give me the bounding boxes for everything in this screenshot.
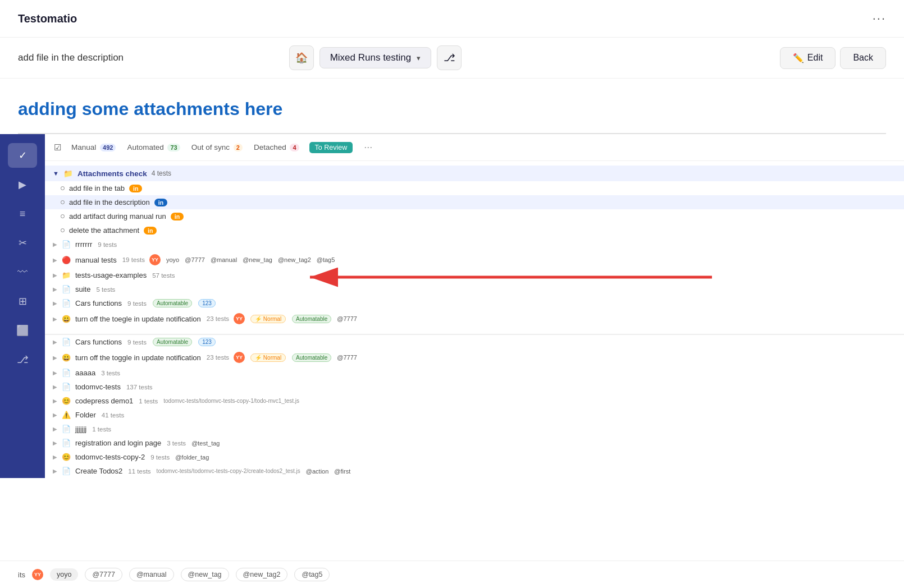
tab-bar: ☑ Manual 492 Automated 73 Out of sync 2 …: [45, 134, 904, 161]
edit-button[interactable]: ✏️ Edit: [780, 47, 836, 69]
mention-tag: @tag5: [317, 256, 335, 263]
folder-label: Folder: [75, 411, 96, 419]
mention-tag: @test_tag: [191, 440, 220, 447]
mention-tag: @7777: [337, 315, 357, 322]
folder-label: codepress demo1: [75, 397, 133, 405]
mention-tag: @7777: [185, 256, 205, 263]
item-tag: in: [171, 213, 184, 220]
bottom-tag[interactable]: @manual: [129, 568, 174, 581]
home-icon: 🏠: [295, 52, 308, 64]
list-item[interactable]: ▶ 📄 Cars functions 9 tests Automatable 1…: [45, 335, 904, 349]
bottom-tag[interactable]: @7777: [85, 568, 122, 581]
list-item[interactable]: ▶ 📄 rrrrrrr 9 tests: [45, 237, 904, 251]
chevron-right-icon: ▶: [53, 370, 57, 376]
emoji-icon: 😀: [62, 353, 71, 362]
list-item[interactable]: add file in the description in: [45, 195, 904, 209]
breadcrumb-label: add file in the description: [18, 52, 124, 63]
list-item[interactable]: ▶ 😀 turn off the toggle in update notifi…: [45, 349, 904, 366]
file-icon: 📄: [62, 439, 71, 447]
priority-badge: ⚡ Normal: [250, 315, 286, 323]
bottom-tag[interactable]: yoyo: [50, 568, 78, 581]
list-item[interactable]: add artifact during manual run in: [45, 209, 904, 223]
emoji-icon: 🔴: [62, 256, 71, 264]
chevron-right-icon: ▶: [53, 426, 57, 432]
tree-group-attachments[interactable]: ▼ 📁 Attachments check 4 tests: [45, 166, 904, 181]
sidebar: ✓ ▶ ≡ ✂ 〰 ⊞ ⬜ ⎇: [0, 134, 45, 478]
folder-count: 19 tests: [122, 256, 145, 263]
list-item[interactable]: ▶ 📄 todomvc-tests 137 tests: [45, 380, 904, 394]
group-tests-count: 4 tests: [152, 169, 171, 177]
folder-count: 23 tests: [207, 354, 229, 361]
chevron-right-icon: ▶: [53, 241, 57, 247]
avatar: YY: [149, 254, 161, 265]
list-item[interactable]: ▶ ⚠️ Folder 41 tests: [45, 408, 904, 422]
sidebar-item-wave[interactable]: 〰: [8, 260, 37, 284]
list-item[interactable]: delete the attachment in: [45, 223, 904, 237]
mention-tag: @manual: [211, 256, 237, 263]
breadcrumb-actions: ✏️ Edit Back: [780, 47, 886, 69]
branch2-icon: ⎇: [17, 353, 29, 366]
file-icon: 📄: [62, 467, 71, 475]
list-item[interactable]: ▶ 📄 registration and login page 3 tests …: [45, 436, 904, 450]
list-item[interactable]: ▶ 😀 turn off the toegle in update notifi…: [45, 310, 904, 327]
tab-manual[interactable]: Manual 492: [70, 141, 117, 154]
tab-out-of-sync[interactable]: Out of sync 2: [190, 141, 244, 154]
item-label: add artifact during manual run: [69, 212, 166, 220]
folder-count: 137 tests: [126, 384, 153, 391]
home-button[interactable]: 🏠: [289, 45, 314, 70]
folder-label: aaaaa: [75, 369, 95, 377]
list-item[interactable]: ▶ 📁 tests-usage-examples 57 tests: [45, 268, 904, 282]
folder-label: registration and login page: [75, 439, 161, 447]
list-item[interactable]: ▶ 📄 jjjjjjj 1 tests: [45, 422, 904, 436]
chevron-right-icon: ▶: [53, 412, 57, 418]
list-item[interactable]: ▶ 😊 codepress demo1 1 tests todomvc-test…: [45, 394, 904, 408]
list-item[interactable]: ▶ 📄 aaaaa 3 tests: [45, 366, 904, 380]
chevron-right-icon: ▶: [53, 468, 57, 474]
folder-label: Cars functions: [75, 299, 122, 307]
path-tag: todomvc-tests/todomvc-tests-copy-1/todo-…: [163, 398, 299, 404]
file-icon: 📄: [62, 285, 71, 293]
list-item[interactable]: ▶ 📄 Create Todos2 11 tests todomvc-tests…: [45, 464, 904, 478]
more-options-button[interactable]: ···: [873, 11, 886, 26]
folder-icon: 📁: [62, 271, 71, 279]
branch-icon: ⎇: [444, 52, 455, 64]
emoji-icon: ⚠️: [62, 411, 71, 419]
list-item[interactable]: ▶ 😊 todomvc-tests-copy-2 9 tests @folder…: [45, 450, 904, 464]
sidebar-item-scissors[interactable]: ✂: [8, 231, 37, 255]
sidebar-item-branch[interactable]: ⎇: [8, 347, 37, 372]
bottom-tag[interactable]: @new_tag: [181, 568, 229, 581]
sidebar-item-upload[interactable]: ⬜: [8, 318, 37, 343]
folder-label: Cars functions: [75, 338, 122, 346]
sidebar-item-list[interactable]: ≡: [8, 201, 37, 226]
manual-count-badge: 492: [100, 144, 116, 151]
item-label: delete the attachment: [69, 226, 139, 235]
tab-detached[interactable]: Detached 4: [253, 141, 300, 154]
item-dot: [61, 214, 65, 218]
list-item[interactable]: ▶ 🔴 manual tests 19 tests YY yoyo @7777 …: [45, 251, 904, 268]
sidebar-item-check[interactable]: ✓: [8, 143, 37, 168]
list-icon: ≡: [20, 208, 26, 220]
app-title: Testomatio: [18, 12, 77, 25]
folder-count: 23 tests: [207, 315, 229, 322]
list-item[interactable]: ▶ 📄 Cars functions 9 tests Automatable 1…: [45, 296, 904, 310]
back-button[interactable]: Back: [840, 47, 886, 69]
list-item[interactable]: ▶ 📄 suite 5 tests: [45, 282, 904, 296]
folder-count: 1 tests: [92, 426, 111, 433]
tab-to-review[interactable]: To Review: [309, 142, 353, 153]
folder-label: manual tests: [75, 256, 117, 264]
bottom-tag[interactable]: @tag5: [294, 568, 330, 581]
list-item[interactable]: add file in the tab in: [45, 181, 904, 195]
tab-automated[interactable]: Automated 73: [126, 141, 181, 154]
bottom-tag[interactable]: @new_tag2: [236, 568, 288, 581]
bottom-prefix: its: [18, 571, 25, 579]
sidebar-item-grid[interactable]: ⊞: [8, 289, 37, 314]
upload-icon: ⬜: [16, 324, 29, 337]
folder-count: 11 tests: [128, 468, 150, 475]
sidebar-item-play[interactable]: ▶: [8, 172, 37, 197]
suite-selector[interactable]: Mixed Runs testing ▾: [319, 47, 432, 68]
branch-button[interactable]: ⎇: [437, 45, 462, 70]
scissors-icon: ✂: [19, 237, 27, 249]
tab-more-button[interactable]: ···: [364, 141, 372, 153]
detached-count-badge: 4: [290, 144, 299, 151]
chevron-right-icon: ▶: [53, 398, 57, 404]
